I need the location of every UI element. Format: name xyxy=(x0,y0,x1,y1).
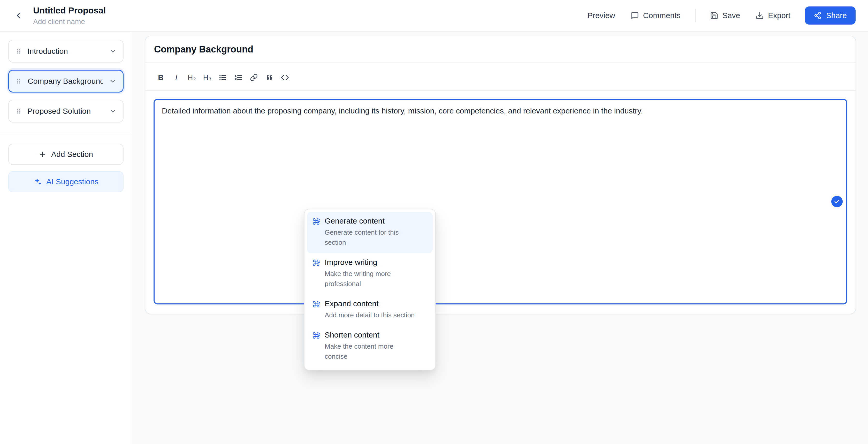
export-button[interactable]: Export xyxy=(749,7,797,24)
title-block: Untitled Proposal Add client name xyxy=(33,5,106,26)
menu-item-text: Shorten content Make the content more co… xyxy=(325,330,416,361)
preview-button-label: Preview xyxy=(588,11,615,20)
bold-button[interactable]: B xyxy=(154,70,168,85)
share-button-label: Share xyxy=(826,11,847,20)
sidebar-item-introduction[interactable]: Introduction xyxy=(8,40,124,63)
comment-bubble-icon xyxy=(631,11,639,20)
section-header: Company Background xyxy=(145,36,856,63)
code-icon xyxy=(281,73,289,82)
menu-item-improve-writing[interactable]: Improve writing Make the writing more pr… xyxy=(307,253,433,295)
share-button[interactable]: Share xyxy=(805,6,856,25)
menu-item-shorten-content[interactable]: Shorten content Make the content more co… xyxy=(307,326,433,367)
save-button[interactable]: Save xyxy=(704,7,746,24)
add-section-button[interactable]: Add Section xyxy=(8,144,124,165)
menu-item-expand-content[interactable]: Expand content Add more detail to this s… xyxy=(307,295,433,326)
header-divider xyxy=(695,9,695,22)
editor-text: Detailed information about the proposing… xyxy=(162,106,643,115)
comments-button-label: Comments xyxy=(643,11,681,20)
menu-item-text: Improve writing Make the writing more pr… xyxy=(325,258,416,289)
drag-handle-icon[interactable] xyxy=(15,48,22,55)
menu-item-description: Make the writing more professional xyxy=(325,269,416,289)
comments-button[interactable]: Comments xyxy=(624,7,687,24)
ai-command-menu: Generate content Generate content for th… xyxy=(304,209,436,370)
rich-text-editor[interactable]: Detailed information about the proposing… xyxy=(154,99,847,305)
heading-2-button[interactable]: H₂ xyxy=(185,70,199,85)
section-editor-card: Company Background B I H₂ H₃ xyxy=(145,36,856,314)
menu-item-title: Expand content xyxy=(325,299,414,308)
ai-suggestions-button[interactable]: AI Suggestions xyxy=(8,171,124,192)
drag-handle-icon[interactable] xyxy=(15,108,22,115)
ordered-list-icon xyxy=(234,73,243,82)
formatting-toolbar: B I H₂ H₃ xyxy=(145,70,856,91)
sidebar-divider xyxy=(0,134,132,134)
chevron-left-icon xyxy=(13,10,24,21)
header-actions: Preview Comments Save Export xyxy=(581,6,856,25)
editor-area: Company Background B I H₂ H₃ xyxy=(132,32,868,444)
sections-sidebar: Introduction Company Background Propos xyxy=(0,32,132,444)
menu-item-title: Generate content xyxy=(325,217,416,225)
export-button-label: Export xyxy=(768,11,790,20)
chevron-down-icon[interactable] xyxy=(109,107,117,115)
link-icon xyxy=(250,74,258,82)
chevron-down-icon[interactable] xyxy=(109,77,117,85)
section-item-label: Proposed Solution xyxy=(27,107,103,116)
italic-button[interactable]: I xyxy=(169,70,184,85)
code-button[interactable] xyxy=(278,70,292,85)
client-name-placeholder[interactable]: Add client name xyxy=(33,18,106,26)
quote-button[interactable] xyxy=(262,70,277,85)
preview-button[interactable]: Preview xyxy=(581,7,621,24)
menu-item-description: Add more detail to this section xyxy=(325,310,414,320)
command-icon xyxy=(312,259,320,267)
add-section-label: Add Section xyxy=(51,150,93,159)
body-row: Introduction Company Background Propos xyxy=(0,32,868,444)
section-title: Company Background xyxy=(154,44,847,55)
command-icon xyxy=(312,331,320,339)
heading-3-button[interactable]: H₃ xyxy=(200,70,215,85)
download-icon xyxy=(755,11,764,20)
section-item-label: Company Background xyxy=(28,77,103,86)
menu-item-title: Improve writing xyxy=(325,258,416,267)
top-header: Untitled Proposal Add client name Previe… xyxy=(0,0,868,32)
plus-icon xyxy=(39,150,46,158)
bullet-list-button[interactable] xyxy=(216,70,230,85)
menu-item-description: Make the content more concise xyxy=(325,341,416,361)
ai-suggestions-label: AI Suggestions xyxy=(46,177,98,186)
sparkles-icon xyxy=(33,178,42,186)
saved-check-badge xyxy=(831,196,843,207)
sidebar-item-proposed-solution[interactable]: Proposed Solution xyxy=(8,100,124,123)
menu-item-description: Generate content for this section xyxy=(325,227,416,248)
chevron-down-icon[interactable] xyxy=(109,47,117,55)
section-body: B I H₂ H₃ xyxy=(145,63,856,314)
command-icon xyxy=(312,300,320,308)
menu-item-text: Generate content Generate content for th… xyxy=(325,217,416,248)
section-item-label: Introduction xyxy=(27,47,103,56)
bullet-list-icon xyxy=(218,73,227,82)
menu-item-generate-content[interactable]: Generate content Generate content for th… xyxy=(307,212,433,253)
ordered-list-button[interactable] xyxy=(231,70,246,85)
menu-item-text: Expand content Add more detail to this s… xyxy=(325,299,414,320)
quote-icon xyxy=(265,73,274,82)
menu-item-title: Shorten content xyxy=(325,330,416,339)
check-icon xyxy=(834,198,840,205)
share-icon xyxy=(814,12,822,20)
command-icon xyxy=(312,218,320,225)
sidebar-item-company-background[interactable]: Company Background xyxy=(8,70,124,93)
drag-handle-icon[interactable] xyxy=(15,78,22,85)
back-button[interactable] xyxy=(12,9,25,22)
app-root: Untitled Proposal Add client name Previe… xyxy=(0,0,868,444)
link-button[interactable] xyxy=(247,70,261,85)
header-left: Untitled Proposal Add client name xyxy=(12,5,106,26)
document-title[interactable]: Untitled Proposal xyxy=(33,5,106,16)
save-icon xyxy=(710,11,718,20)
save-button-label: Save xyxy=(722,11,740,20)
